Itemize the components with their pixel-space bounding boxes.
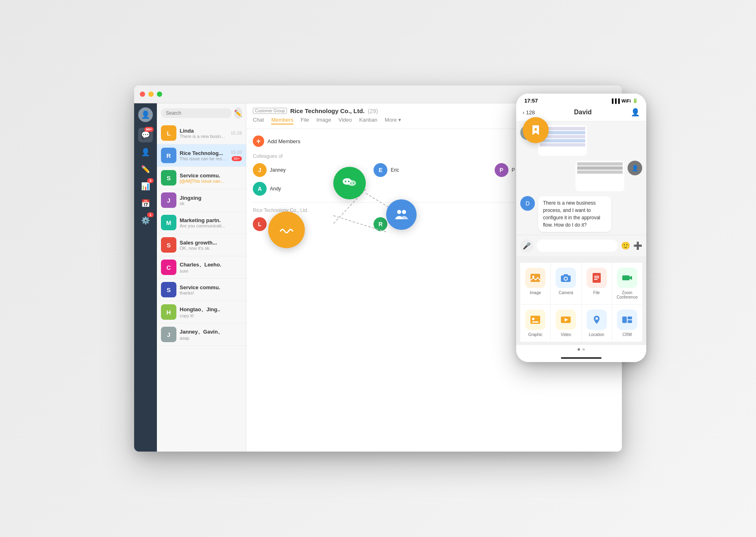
minimize-button[interactable] bbox=[148, 92, 154, 97]
member-name: Andy bbox=[270, 186, 281, 192]
chat-list: L Linda There is a new business pr... 15… bbox=[157, 122, 246, 452]
chat-title: Rice Technology Co., Ltd. bbox=[290, 107, 365, 114]
people-icon bbox=[393, 206, 410, 223]
chat-preview: This issue can be resolv... bbox=[180, 156, 227, 161]
svg-point-5 bbox=[345, 181, 346, 182]
chat-item[interactable]: J Janney、Gavin、 asap bbox=[157, 323, 246, 346]
tab-chat[interactable]: Chat bbox=[253, 117, 264, 124]
tab-members[interactable]: Members bbox=[271, 117, 293, 124]
svg-rect-30 bbox=[628, 317, 632, 319]
settings-icon: ⚙️ bbox=[141, 216, 150, 225]
section-divider bbox=[253, 202, 615, 203]
chat-item[interactable]: M Marketing partn. Are you communicati..… bbox=[157, 212, 246, 234]
chat-badge: 99+ bbox=[144, 127, 154, 132]
company-section-label: Rice Technology Co., Ltd. bbox=[253, 207, 615, 213]
chat-item[interactable]: S Sales growth... OK, now it's ok. bbox=[157, 234, 246, 256]
app-body: 👤 💬 99+ 👤 ✏️ 📊 3 📅 ⚙️ 1 bbox=[134, 103, 622, 452]
colleagues-grid: J Janney E Eric P P A Andy bbox=[253, 163, 615, 196]
avatar: M bbox=[161, 215, 176, 230]
tab-image[interactable]: Image bbox=[317, 117, 331, 124]
sidebar-item-contacts[interactable]: 👤 bbox=[138, 145, 153, 159]
sidebar-item-calendar[interactable]: 📅 bbox=[138, 196, 153, 211]
chat-item[interactable]: S Service commu. thanks! bbox=[157, 279, 246, 301]
orange-wave-icon bbox=[276, 220, 297, 240]
member-item[interactable]: P P bbox=[495, 163, 615, 177]
customer-group-badge: Customer Group bbox=[253, 108, 287, 114]
stats-icon: 📊 bbox=[141, 182, 150, 191]
phone-action-icons: 🙂 ➕ bbox=[621, 241, 642, 250]
company-members-grid: L Linda R Raul bbox=[253, 217, 615, 231]
member-item[interactable]: E Eric bbox=[374, 163, 494, 177]
wechat-icon bbox=[341, 174, 358, 192]
search-input[interactable] bbox=[161, 108, 232, 118]
calendar-icon: 📅 bbox=[141, 199, 150, 208]
colleagues-section-label: Colleagues of bbox=[253, 153, 615, 159]
user-avatar[interactable]: 👤 bbox=[138, 107, 153, 122]
chat-preview: sure bbox=[180, 268, 242, 273]
chat-header: Customer Group Rice Technology Co., Ltd.… bbox=[246, 103, 622, 129]
chat-name: Janney、Gavin、 bbox=[180, 328, 242, 336]
chat-time: 15:28 bbox=[230, 131, 242, 135]
sidebar-item-stats[interactable]: 📊 3 bbox=[138, 179, 153, 194]
svg-rect-31 bbox=[628, 320, 632, 323]
traffic-lights bbox=[140, 92, 162, 97]
avatar: R bbox=[161, 148, 176, 163]
add-members-button[interactable]: + Add Members bbox=[253, 135, 615, 147]
chat-preview: asap bbox=[180, 336, 242, 341]
avatar: S bbox=[161, 170, 176, 186]
member-avatar: J bbox=[253, 163, 267, 177]
member-avatar: L bbox=[253, 217, 267, 231]
chat-info: Hongtao、Jing.. copy it! bbox=[180, 306, 242, 318]
chat-info: Linda There is a new business pr... bbox=[180, 128, 227, 139]
chat-name: Sales growth... bbox=[180, 240, 242, 246]
chat-preview: copy it! bbox=[180, 313, 242, 318]
avatar: C bbox=[161, 260, 176, 275]
avatar: J bbox=[161, 327, 176, 342]
add-members-label: Add Members bbox=[267, 138, 300, 144]
chat-preview: ok bbox=[180, 201, 242, 206]
chat-time: 15:20 bbox=[230, 150, 242, 155]
compose-button[interactable]: ✏️ bbox=[234, 107, 242, 119]
tab-more[interactable]: More ▾ bbox=[385, 117, 401, 124]
chat-name: Linda bbox=[180, 128, 227, 134]
emoji-icon[interactable]: 🙂 bbox=[621, 241, 630, 250]
sidebar-item-chat[interactable]: 💬 99+ bbox=[138, 128, 153, 142]
contacts-icon: 👤 bbox=[141, 148, 150, 157]
blue-people-bubble bbox=[386, 199, 417, 230]
settings-badge: 1 bbox=[147, 212, 154, 217]
battery-icon: 🔋 bbox=[632, 98, 638, 103]
chat-item-active[interactable]: R Rice Technolog... This issue can be re… bbox=[157, 144, 246, 167]
chat-item[interactable]: H Hongtao、Jing.. copy it! bbox=[157, 301, 246, 323]
svg-point-10 bbox=[402, 210, 406, 214]
chat-item[interactable]: S Service commu. [@All]This issue can... bbox=[157, 167, 246, 189]
sidebar-item-settings[interactable]: ⚙️ 1 bbox=[138, 213, 153, 228]
chat-item[interactable]: J Jingxing ok bbox=[157, 189, 246, 212]
tab-kanban[interactable]: Kanban bbox=[359, 117, 378, 124]
chat-info: Sales growth... OK, now it's ok. bbox=[180, 240, 242, 251]
chat-info: Service commu. thanks! bbox=[180, 284, 242, 295]
member-count: (29) bbox=[368, 108, 378, 114]
phone-user-icon[interactable]: 👤 bbox=[631, 108, 640, 117]
member-name: P bbox=[512, 167, 515, 173]
chat-item[interactable]: L Linda There is a new business pr... 15… bbox=[157, 122, 246, 144]
chat-item[interactable]: C Charles、Leeho. sure bbox=[157, 256, 246, 279]
chat-preview: Are you communicati... bbox=[180, 223, 242, 228]
svg-rect-29 bbox=[622, 317, 627, 323]
chat-info: Service commu. [@All]This issue can... bbox=[180, 172, 242, 183]
avatar: J bbox=[161, 192, 176, 208]
members-panel: + Add Members Colleagues of J Janney E E… bbox=[246, 129, 622, 452]
add-attachment-icon[interactable]: ➕ bbox=[633, 241, 642, 250]
chat-list-panel: ✏️ L Linda There is a new business pr...… bbox=[157, 103, 246, 452]
sidebar-item-tasks[interactable]: ✏️ bbox=[138, 162, 153, 177]
member-avatar: P bbox=[495, 163, 508, 177]
tasks-icon: ✏️ bbox=[141, 165, 150, 174]
tab-file[interactable]: File bbox=[301, 117, 309, 124]
chat-title-row: Customer Group Rice Technology Co., Ltd.… bbox=[253, 107, 615, 114]
tab-video[interactable]: Video bbox=[339, 117, 352, 124]
chat-main: Customer Group Rice Technology Co., Ltd.… bbox=[246, 103, 622, 452]
svg-rect-22 bbox=[622, 275, 630, 280]
maximize-button[interactable] bbox=[157, 92, 162, 97]
close-button[interactable] bbox=[140, 92, 145, 97]
svg-point-8 bbox=[353, 183, 354, 184]
svg-point-7 bbox=[350, 183, 352, 184]
